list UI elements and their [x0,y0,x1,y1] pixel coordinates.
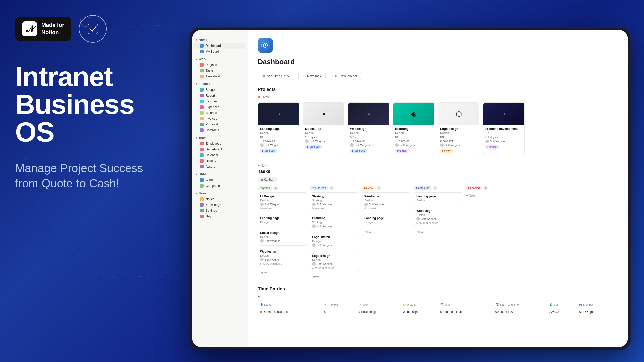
sidebar-dot-holiday [200,159,204,163]
task-card[interactable]: Wireframe Design Soft Wagner 0 minutes [362,192,411,212]
sidebar-item-department[interactable]: Department [194,147,246,152]
sidebar-dot-incomes [200,100,204,103]
sidebar-item-salaries[interactable]: Salaries [194,110,246,116]
sidebar-item-knowledge[interactable]: Knowledge [194,202,246,208]
col-cost: 💲 Cost [547,302,577,308]
sidebar-item-settings[interactable]: Settings [194,208,246,213]
project-info-landing: Landing page Design 0% -11 days left Sof… [258,125,299,155]
project-card-frontend[interactable]: { } Frontend development UX -11 days lef… [483,102,525,155]
task-card[interactable]: Landing page Design [362,214,411,227]
task-card[interactable]: Webdesign Design Soft Wagner 5 hours 0 m… [258,248,307,267]
sidebar: ▼ Home Dashboard My Board ▼ Work [192,30,248,347]
task-card[interactable]: Webdesign Design Soft Wagner 5 hours 0 m… [414,207,463,227]
add-task-button-planned[interactable]: + New [258,269,307,276]
sidebar-dot-invoices [200,117,204,120]
kanban-col-review: Review 1 Wireframe Design Soft Wagner [362,186,411,280]
sidebar-section-home[interactable]: ▼ Home [192,37,248,43]
sidebar-section-team[interactable]: ▼ Team [192,135,248,141]
sidebar-item-budget[interactable]: Budget [194,87,246,93]
project-card-webdesign[interactable]: 💻 Webdesign Design 50% -11 days left Sof… [348,102,389,155]
person-avatar [440,143,444,147]
sidebar-item-contracts[interactable]: Contracts [194,127,246,133]
task-card[interactable]: Branding Strategy Soft Wagner [310,214,359,231]
sidebar-section-finance[interactable]: ▼ Finance [192,81,248,87]
person-avatar [305,139,309,143]
sidebar-item-tasks[interactable]: Tasks [194,68,246,73]
sidebar-item-expenses[interactable]: Expenses [194,104,246,110]
kanban-icon: ⊞ [260,178,263,182]
made-for-notion-text: Made for Notion [41,22,64,36]
sidebar-item-employees[interactable]: Employees [194,141,246,146]
sidebar-item-report[interactable]: Report [194,93,246,98]
project-info-mobileapp: Mobile App Design 19 days left Soft Wagn… [303,125,344,151]
task-card[interactable]: UI Design Design Soft Wagner 0 minutes [258,192,307,212]
sidebar-section-base[interactable]: ▼ Base [192,191,248,196]
table-row[interactable]: Create social post 5 Social design Webde… [258,308,618,316]
plus-icon: + [258,164,260,167]
task-card[interactable]: Logo sketch Design Soft Wagner [310,233,359,250]
sidebar-section-work[interactable]: ▼ Work [192,56,248,62]
sidebar-section-crm[interactable]: ▼ CRM [192,171,248,177]
sidebar-item-help[interactable]: Help [194,214,246,219]
col-startend: 📅 Start - End time [493,302,547,308]
person-icon: 👤 [260,303,264,306]
kanban-view-badge[interactable]: ⊞ Kanban [258,177,277,182]
project-card-logo[interactable]: ⬡ Logo design Design 0% 0 days left Soft… [438,102,479,155]
add-task-button-inprogress[interactable]: + New [310,274,359,280]
arrow-icon: ▼ [195,39,198,41]
kanban-col-header-planned: Planned 2 [258,186,307,190]
sidebar-item-projects[interactable]: Projects [194,62,246,68]
task-card[interactable]: Social design Design Soft Wagner [258,229,307,246]
sidebar-dot-report [200,94,204,97]
add-project-button[interactable]: + New [258,162,618,169]
project-card-landing[interactable]: 🌙 Landing page Design 0% -11 days left S… [258,102,299,155]
sidebar-item-incomes[interactable]: Incomes [194,99,246,104]
svg-text:NOTION CERTIFIED: NOTION CERTIFIED [80,16,90,22]
project-thumb-mobileapp: 📱 [303,103,344,125]
tablet-screen: ▼ Home Dashboard My Board ▼ Work [192,30,628,347]
add-task-button-canceled[interactable]: + New [466,192,515,199]
add-task-button-completed[interactable]: + New [414,229,463,235]
sidebar-dot-notice [200,197,204,201]
projects-section-title: Projects [258,87,618,92]
sidebar-item-myboard[interactable]: My Board [194,49,246,54]
new-project-button[interactable]: ⊕ New Project [331,72,361,80]
task-card[interactable]: Logo design Design Soft Wagner 3 hours 0… [310,252,359,272]
kanban-col-canceled: Canceled 0 + New [466,186,515,280]
sidebar-dot-salaries [200,111,204,115]
project-card-branding[interactable]: ◈ Branding Design 0% 19 days left Soft W… [393,102,434,155]
col-duration: ⏱ Duration [322,302,357,308]
page-title: Dashboard [258,58,618,66]
sidebar-item-invoices[interactable]: Invoices [194,116,246,121]
svg-text:NOTION CERTIFIED: NOTION CERTIFIED [80,22,90,27]
arrow-icon: ▼ [195,58,198,60]
sidebar-item-timesheet[interactable]: Timesheet [194,74,246,79]
kanban-col-header-review: Review 1 [362,186,411,190]
task-card[interactable]: Strategy Strategy Soft Wagner 0 minutes [310,192,359,212]
sidebar-item-holiday[interactable]: Holiday [194,158,246,164]
sidebar-item-proposal[interactable]: Proposal [194,122,246,127]
task-card[interactable]: Landing page Design [414,192,463,205]
sidebar-item-clients[interactable]: Clients [194,177,246,183]
project-thumb-webdesign: 💻 [348,103,389,125]
sidebar-dot-myboard [200,50,204,53]
add-task-button-review[interactable]: + New [362,229,411,235]
sidebar-item-assets[interactable]: Assets [194,164,246,169]
add-time-entry-button[interactable]: ⊕ Add Time Entry [258,72,293,80]
col-time: ⏰ Time [438,302,493,308]
sidebar-item-notice[interactable]: Notice [194,196,246,202]
arrow-icon: ▼ [195,83,198,85]
project-info-logo: Logo design Design 0% 0 days left Soft W… [438,125,479,155]
plus-icon: + [310,275,312,279]
certified-ring-text: NOTION CERTIFIED NOTION CERTIFIED [79,16,92,28]
member-icon: 👥 [579,303,583,306]
task-card[interactable]: Landing page Design [258,214,307,227]
sidebar-item-calendar[interactable]: Calendar [194,152,246,158]
project-card-mobileapp[interactable]: 📱 Mobile App Design 19 days left Soft Wa… [303,102,344,155]
new-task-button[interactable]: ⊕ New Task [298,72,326,80]
tablet-frame: ▼ Home Dashboard My Board ▼ Work [190,28,630,349]
tasks-section-title: Tasks [258,169,618,174]
sidebar-item-companies[interactable]: Companies [194,183,246,189]
col-task: ✓ Task [357,302,401,308]
sidebar-item-dashboard[interactable]: Dashboard [194,43,246,49]
